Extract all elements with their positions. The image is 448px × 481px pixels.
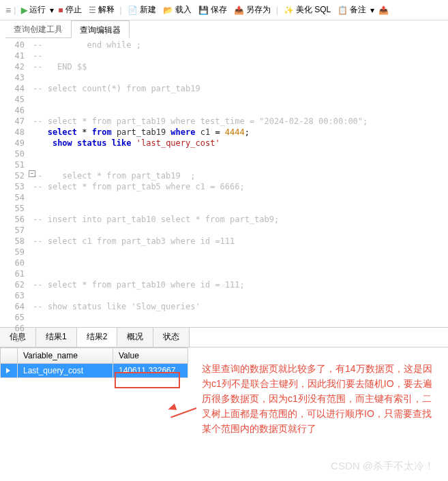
fold-icon[interactable]: − <box>29 170 35 177</box>
explain-button[interactable]: ☰解释 <box>86 3 117 17</box>
cell-variable: Last_query_cost <box>18 364 113 378</box>
menu-icon[interactable]: ≡ <box>5 5 11 16</box>
col-value[interactable]: Value <box>113 348 188 364</box>
arrow-icon <box>169 407 196 409</box>
highlight-box <box>115 372 180 388</box>
save-button[interactable]: 💾保存 <box>196 3 230 17</box>
code-editor[interactable]: 4041424344454647484950515253545556575859… <box>0 38 448 324</box>
col-variable-name[interactable]: Variable_name <box>18 348 113 364</box>
tab-query-builder[interactable]: 查询创建工具 <box>5 20 71 38</box>
watermark: CSDN @杀手不太冷！ <box>331 460 434 473</box>
saveas-button[interactable]: 📤另存为 <box>231 3 273 17</box>
row-pointer-icon <box>6 368 10 373</box>
notes-button[interactable]: 📋备注 <box>335 3 369 17</box>
load-button[interactable]: 📂载入 <box>160 3 194 17</box>
run-button[interactable]: ▶运行 <box>18 3 48 17</box>
tab-result2[interactable]: 结果2 <box>77 327 118 346</box>
annotation-text: 这里查询的数据页就比较多了，有14万数据页，这是因为c1列不是联合主键列，因此我… <box>202 361 439 436</box>
beautify-button[interactable]: ✨美化 SQL <box>281 3 333 17</box>
new-button[interactable]: 📄新建 <box>125 3 159 17</box>
tab-query-editor[interactable]: 查询编辑器 <box>71 20 130 38</box>
stop-button[interactable]: ■停止 <box>55 3 84 17</box>
export-button[interactable]: 📤 <box>376 4 391 16</box>
